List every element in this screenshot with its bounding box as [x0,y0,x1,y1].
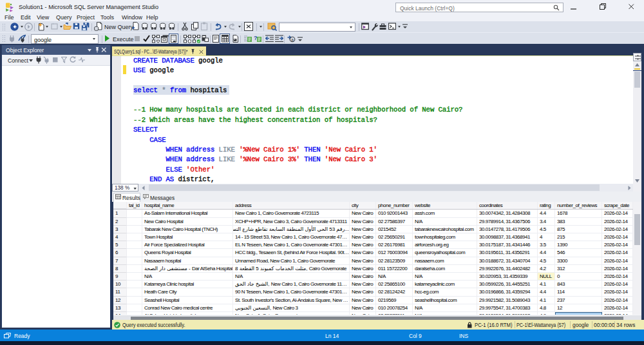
svg-text:a: a [291,37,294,42]
svg-text:?: ? [254,35,258,41]
